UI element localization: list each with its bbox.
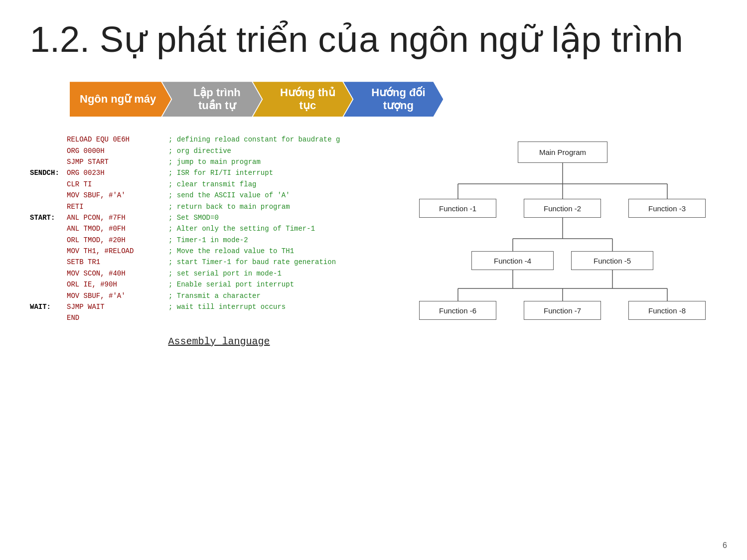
code-line: SJMP START; jump to main program	[30, 156, 408, 167]
code-label	[30, 201, 65, 212]
code-label	[30, 312, 65, 323]
code-label	[30, 156, 65, 167]
code-label	[30, 145, 65, 156]
code-label	[30, 134, 65, 145]
code-instruction: ANL TMOD, #0FH	[67, 223, 166, 234]
code-label	[30, 268, 65, 279]
code-comment: ; Set SMOD=0	[168, 212, 219, 223]
code-instruction: MOV SCON, #40H	[67, 268, 166, 279]
code-instruction: MOV SBUF, #'A'	[67, 290, 166, 301]
code-block: RELOAD EQU 0E6H; defining reload constan…	[30, 134, 408, 324]
page-number: 6	[723, 541, 727, 550]
code-instruction: RETI	[67, 201, 166, 212]
code-comment: ; Enable serial port interrupt	[168, 279, 294, 290]
code-comment: ; defining reload constant for baudrate …	[168, 134, 340, 145]
code-line: ORL TMOD, #20H; Timer-1 in mode-2	[30, 235, 408, 246]
code-line: END	[30, 312, 408, 323]
code-comment: ; return back to main program	[168, 201, 290, 212]
code-label	[30, 257, 65, 268]
code-instruction: ORG 0000H	[67, 145, 166, 156]
code-label	[30, 235, 65, 246]
banner-item-2: Hướng thủ tục	[253, 82, 352, 117]
code-line: ORG 0000H; org directive	[30, 145, 408, 156]
content-area: RELOAD EQU 0E6H; defining reload constan…	[30, 134, 717, 350]
tree-container: Main Program Function -1 Function -2 Fun…	[408, 134, 717, 323]
code-comment: ; clear transmit flag	[168, 179, 256, 190]
tree-function-2: Function -2	[524, 199, 601, 218]
code-label	[30, 223, 65, 234]
tree-function-4: Function -4	[471, 251, 554, 270]
code-label: WAIT:	[30, 301, 65, 312]
code-line: MOV SBUF, #'A'; Transmit a character	[30, 290, 408, 301]
code-instruction: END	[67, 312, 166, 323]
code-line: START:ANL PCON, #7FH; Set SMOD=0	[30, 212, 408, 223]
code-instruction: SJMP START	[67, 156, 166, 167]
code-label: SENDCH:	[30, 167, 65, 178]
code-label	[30, 290, 65, 301]
page: 1.2. Sự phát triển của ngôn ngữ lập trìn…	[0, 0, 747, 560]
tree-function-6: Function -6	[419, 301, 496, 320]
code-line: MOV SCON, #40H; set serial port in mode-…	[30, 268, 408, 279]
code-instruction: MOV TH1, #RELOAD	[67, 246, 166, 257]
page-title: 1.2. Sự phát triển của ngôn ngữ lập trìn…	[30, 20, 717, 59]
tree-function-5: Function -5	[571, 251, 653, 270]
code-line: WAIT:SJMP WAIT; wait till interrupt occu…	[30, 301, 408, 312]
banner: Ngôn ngữ máy Lập trình tuần tự Hướng thủ…	[70, 79, 717, 119]
tree-function-7: Function -7	[524, 301, 601, 320]
code-label	[30, 190, 65, 201]
code-instruction: CLR TI	[67, 179, 166, 190]
code-comment: ; Timer-1 in mode-2	[168, 235, 248, 246]
code-line: ORL IE, #90H; Enable serial port interru…	[30, 279, 408, 290]
code-instruction: SETB TR1	[67, 257, 166, 268]
code-instruction: ORL IE, #90H	[67, 279, 166, 290]
code-instruction: ANL PCON, #7FH	[67, 212, 166, 223]
code-label	[30, 246, 65, 257]
code-label: START:	[30, 212, 65, 223]
banner-item-3: Hướng đối tượng	[343, 82, 443, 117]
code-comment: ; set serial port in mode-1	[168, 268, 282, 279]
code-line: MOV SBUF, #'A'; send the ASCII value of …	[30, 190, 408, 201]
code-instruction: RELOAD EQU 0E6H	[67, 134, 166, 145]
code-label	[30, 279, 65, 290]
tree-function-1: Function -1	[419, 199, 496, 218]
code-line: SETB TR1; start Timer-1 for baud rate ge…	[30, 257, 408, 268]
code-instruction: ORL TMOD, #20H	[67, 235, 166, 246]
code-comment: ; jump to main program	[168, 156, 261, 167]
code-line: RETI; return back to main program	[30, 201, 408, 212]
code-line: MOV TH1, #RELOAD; Move the reload value …	[30, 246, 408, 257]
assembly-label: Assembly language	[30, 334, 408, 350]
banner-item-1: Lập trình tuần tự	[162, 82, 262, 117]
code-line: ANL TMOD, #0FH; Alter only the setting o…	[30, 223, 408, 234]
banner-item-0: Ngôn ngữ máy	[70, 82, 171, 117]
code-comment: ; send the ASCII value of 'A'	[168, 190, 290, 201]
tree-function-3: Function -3	[628, 199, 706, 218]
tree-function-8: Function -8	[628, 301, 706, 320]
code-instruction: SJMP WAIT	[67, 301, 166, 312]
code-instruction: ORG 0023H	[67, 167, 166, 178]
code-comment: ; ISR for RI/TI interrupt	[168, 167, 273, 178]
code-section: RELOAD EQU 0E6H; defining reload constan…	[30, 134, 408, 350]
tree-main-program: Main Program	[518, 141, 607, 163]
code-comment: ; org directive	[168, 145, 231, 156]
code-comment: ; Transmit a character	[168, 290, 261, 301]
code-comment: ; Move the reload value to TH1	[168, 246, 294, 257]
code-comment: ; start Timer-1 for baud rate generation	[168, 257, 336, 268]
code-label	[30, 179, 65, 190]
code-comment: ; Alter only the setting of Timer-1	[168, 223, 315, 234]
code-comment: ; wait till interrupt occurs	[168, 301, 286, 312]
code-line: RELOAD EQU 0E6H; defining reload constan…	[30, 134, 408, 145]
tree-section: Main Program Function -1 Function -2 Fun…	[408, 134, 717, 350]
code-line: CLR TI; clear transmit flag	[30, 179, 408, 190]
code-instruction: MOV SBUF, #'A'	[67, 190, 166, 201]
code-line: SENDCH:ORG 0023H; ISR for RI/TI interrup…	[30, 167, 408, 178]
